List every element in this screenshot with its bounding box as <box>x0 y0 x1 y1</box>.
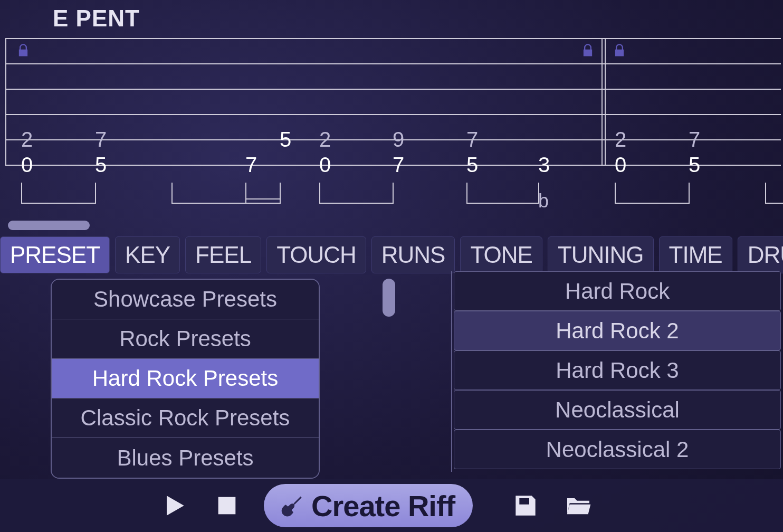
panel-divider <box>451 271 452 472</box>
tablature[interactable]: 20757520977532075 b <box>5 38 781 207</box>
tab-note: 7 <box>393 153 404 177</box>
preset-item-list: Hard RockHard Rock 2Hard Rock 3Neoclassi… <box>454 271 781 469</box>
tab-note: 2 <box>319 128 331 151</box>
tab-touch[interactable]: TOUCH <box>266 236 366 273</box>
tab-note: 5 <box>280 128 291 151</box>
category-item[interactable]: Blues Presets <box>52 438 319 478</box>
tab-tone[interactable]: TONE <box>460 236 542 273</box>
tab-drums[interactable]: DRUMS <box>738 236 783 273</box>
open-button[interactable] <box>562 490 594 521</box>
preset-item[interactable]: Neoclassical 2 <box>454 430 781 469</box>
save-button[interactable] <box>510 490 541 521</box>
tab-tuning[interactable]: TUNING <box>548 236 654 273</box>
beam-group <box>466 183 538 204</box>
tab-note: 7 <box>689 128 700 151</box>
tab-note: 7 <box>245 153 257 177</box>
tab-note: 0 <box>319 153 331 177</box>
preset-panel: Showcase PresetsRock PresetsHard Rock Pr… <box>0 279 783 479</box>
tab-time[interactable]: TIME <box>659 236 732 273</box>
preset-item[interactable]: Hard Rock 3 <box>454 350 781 390</box>
tab-note: 9 <box>393 128 404 151</box>
create-riff-button[interactable]: Create Riff <box>264 484 473 527</box>
tab-note: 2 <box>21 128 33 151</box>
category-item[interactable]: Showcase Presets <box>52 280 319 319</box>
preset-item[interactable]: Hard Rock 2 <box>454 311 781 350</box>
tab-runs[interactable]: RUNS <box>371 236 455 273</box>
tab-beams <box>5 175 781 207</box>
beam-group <box>615 183 689 204</box>
tab-note: 2 <box>615 128 626 151</box>
tab-note: 7 <box>466 128 478 151</box>
beam-group <box>319 183 393 204</box>
beam-group <box>171 183 280 204</box>
stop-button[interactable] <box>211 490 243 521</box>
tab-note: 5 <box>95 153 107 177</box>
play-button[interactable] <box>158 490 190 521</box>
tab-note: 0 <box>615 153 626 177</box>
svg-rect-0 <box>218 497 236 515</box>
guitar-icon <box>276 492 304 519</box>
tab-scroll-thumb[interactable] <box>8 221 90 230</box>
tab-note: 5 <box>689 153 700 177</box>
tab-key[interactable]: KEY <box>115 236 180 273</box>
parameter-tabs: PRESETKEYFEELTOUCHRUNSTONETUNINGTIMEDRUM… <box>0 236 783 273</box>
preset-item[interactable]: Neoclassical <box>454 390 781 430</box>
tab-note: 7 <box>95 128 107 151</box>
category-item[interactable]: Classic Rock Presets <box>52 398 319 438</box>
bend-annotation: b <box>538 190 549 212</box>
scale-title: E PENT <box>53 5 140 32</box>
tab-preset[interactable]: PRESET <box>0 236 110 273</box>
preset-item[interactable]: Hard Rock <box>454 271 781 311</box>
category-item[interactable]: Hard Rock Presets <box>52 359 319 398</box>
beam-group <box>765 183 783 204</box>
tab-note: 0 <box>21 153 33 177</box>
tab-note: 3 <box>538 153 550 177</box>
category-item[interactable]: Rock Presets <box>52 319 319 359</box>
tab-feel[interactable]: FEEL <box>185 236 261 273</box>
transport-bar: Create Riff <box>0 479 783 532</box>
preset-category-list: Showcase PresetsRock PresetsHard Rock Pr… <box>51 279 320 479</box>
create-riff-label: Create Riff <box>311 489 455 523</box>
beam-group <box>21 183 95 204</box>
category-scroll-thumb[interactable] <box>383 279 395 317</box>
tab-note: 5 <box>466 153 478 177</box>
